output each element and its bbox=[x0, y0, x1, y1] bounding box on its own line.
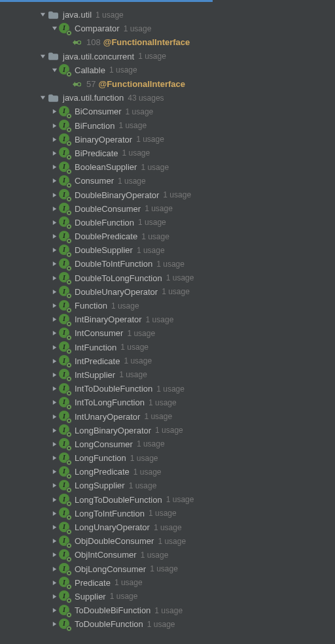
tree-row[interactable]: IToDoubleBiFunction1 usage bbox=[0, 603, 335, 617]
tree-row[interactable]: IIntPredicate1 usage bbox=[0, 354, 335, 368]
tree-row[interactable]: IObjDoubleConsumer1 usage bbox=[0, 534, 335, 548]
svg-marker-39 bbox=[52, 552, 56, 557]
arrow-collapsed-icon[interactable] bbox=[50, 247, 59, 253]
arrow-collapsed-icon[interactable] bbox=[50, 441, 59, 447]
arrow-collapsed-icon[interactable] bbox=[50, 303, 59, 309]
tree-row[interactable]: IIntUnaryOperator1 usage bbox=[0, 409, 335, 423]
arrow-collapsed-icon[interactable] bbox=[50, 524, 59, 530]
tree-row[interactable]: ILongConsumer1 usage bbox=[0, 437, 335, 451]
arrow-collapsed-icon[interactable] bbox=[50, 594, 59, 600]
tree-row[interactable]: IIntBinaryOperator1 usage bbox=[0, 313, 335, 326]
tree-row[interactable]: IFunction1 usage bbox=[0, 299, 335, 313]
arrow-collapsed-icon[interactable] bbox=[50, 580, 59, 586]
tree-row[interactable]: ILongBinaryOperator1 usage bbox=[0, 424, 335, 437]
tree-row[interactable]: IDoubleToIntFunction1 usage bbox=[0, 257, 335, 271]
arrow-collapsed-icon[interactable] bbox=[50, 469, 59, 475]
arrow-collapsed-icon[interactable] bbox=[50, 428, 59, 433]
tree-row[interactable]: IIntFunction1 usage bbox=[0, 341, 335, 354]
arrow-collapsed-icon[interactable] bbox=[50, 566, 59, 572]
node-label: Supplier bbox=[75, 592, 106, 602]
arrow-collapsed-icon[interactable] bbox=[50, 164, 59, 170]
tree-row[interactable]: 57@FunctionalInterface bbox=[0, 77, 335, 91]
arrow-collapsed-icon[interactable] bbox=[50, 109, 59, 114]
tree-row[interactable]: IIntToLongFunction1 usage bbox=[0, 396, 335, 409]
tree-row[interactable]: IDoubleToLongFunction1 usage bbox=[0, 271, 335, 285]
tree-row[interactable]: IBiFunction1 usage bbox=[0, 119, 335, 133]
tree-row[interactable]: IComparator1 usage bbox=[0, 22, 335, 35]
tree-row[interactable]: ICallable1 usage bbox=[0, 63, 335, 77]
arrow-collapsed-icon[interactable] bbox=[50, 621, 59, 627]
tree-row[interactable]: java.util1 usage bbox=[0, 8, 335, 22]
tree-row[interactable]: IBiConsumer1 usage bbox=[0, 105, 335, 118]
arrow-collapsed-icon[interactable] bbox=[50, 483, 59, 488]
arrow-collapsed-icon[interactable] bbox=[50, 178, 59, 184]
tree-row[interactable]: ILongUnaryOperator1 usage bbox=[0, 520, 335, 534]
tree-row[interactable]: IObjIntConsumer1 usage bbox=[0, 548, 335, 562]
arrow-collapsed-icon[interactable] bbox=[50, 345, 59, 350]
tree-row[interactable]: IDoubleUnaryOperator1 usage bbox=[0, 285, 335, 299]
tree-row[interactable]: IToDoubleFunction1 usage bbox=[0, 617, 335, 631]
tree-row[interactable]: IDoubleConsumer1 usage bbox=[0, 202, 335, 216]
tree-row[interactable]: 108@FunctionalInterface bbox=[0, 35, 335, 49]
arrow-collapsed-icon[interactable] bbox=[50, 511, 59, 517]
node-label: java.util.function bbox=[63, 93, 124, 103]
tree-row[interactable]: IDoublePredicate1 usage bbox=[0, 229, 335, 243]
arrow-collapsed-icon[interactable] bbox=[50, 123, 59, 129]
arrow-expanded-icon[interactable] bbox=[38, 12, 47, 18]
tree-row[interactable]: IBiPredicate1 usage bbox=[0, 146, 335, 160]
arrow-collapsed-icon[interactable] bbox=[50, 414, 59, 420]
tree-row[interactable]: java.util.concurrent1 usage bbox=[0, 50, 335, 63]
tree-row[interactable]: IPredicate1 usage bbox=[0, 576, 335, 590]
arrow-collapsed-icon[interactable] bbox=[50, 233, 59, 239]
interface-icon: I bbox=[59, 411, 71, 422]
arrow-collapsed-icon[interactable] bbox=[50, 275, 59, 281]
tree-row[interactable]: java.util.function43 usages bbox=[0, 91, 335, 105]
arrow-collapsed-icon[interactable] bbox=[50, 358, 59, 364]
tree-row[interactable]: IBinaryOperator1 usage bbox=[0, 133, 335, 146]
node-label: ObjIntConsumer bbox=[75, 550, 137, 560]
tree-row[interactable]: IIntToDoubleFunction1 usage bbox=[0, 382, 335, 396]
arrow-collapsed-icon[interactable] bbox=[50, 150, 59, 156]
arrow-collapsed-icon[interactable] bbox=[50, 497, 59, 503]
usages-tree[interactable]: java.util1 usageIComparator1 usage108@Fu… bbox=[0, 4, 335, 631]
tree-row[interactable]: ILongSupplier1 usage bbox=[0, 479, 335, 492]
tree-row[interactable]: IDoubleBinaryOperator1 usage bbox=[0, 188, 335, 201]
tree-row[interactable]: ILongToDoubleFunction1 usage bbox=[0, 493, 335, 507]
tree-row[interactable]: IIntSupplier1 usage bbox=[0, 368, 335, 382]
arrow-collapsed-icon[interactable] bbox=[50, 220, 59, 226]
tree-row[interactable]: ISupplier1 usage bbox=[0, 590, 335, 603]
arrow-expanded-icon[interactable] bbox=[50, 67, 59, 73]
arrow-collapsed-icon[interactable] bbox=[50, 552, 59, 558]
svg-marker-22 bbox=[52, 317, 56, 322]
arrow-expanded-icon[interactable] bbox=[50, 25, 59, 31]
svg-marker-23 bbox=[52, 331, 56, 335]
node-label: ToDoubleFunction bbox=[75, 619, 143, 629]
arrow-expanded-icon[interactable] bbox=[38, 54, 47, 59]
node-label: IntConsumer bbox=[75, 328, 123, 338]
arrow-collapsed-icon[interactable] bbox=[50, 538, 59, 544]
arrow-collapsed-icon[interactable] bbox=[50, 137, 59, 143]
arrow-collapsed-icon[interactable] bbox=[50, 607, 59, 613]
arrow-collapsed-icon[interactable] bbox=[50, 455, 59, 461]
tree-row[interactable]: IConsumer1 usage bbox=[0, 174, 335, 188]
tree-row[interactable]: IDoubleSupplier1 usage bbox=[0, 243, 335, 257]
tree-row[interactable]: ILongPredicate1 usage bbox=[0, 465, 335, 479]
tree-row[interactable]: IDoubleFunction1 usage bbox=[0, 216, 335, 229]
arrow-collapsed-icon[interactable] bbox=[50, 372, 59, 378]
arrow-expanded-icon[interactable] bbox=[38, 95, 47, 101]
arrow-collapsed-icon[interactable] bbox=[50, 261, 59, 267]
arrow-collapsed-icon[interactable] bbox=[50, 330, 59, 336]
arrow-collapsed-icon[interactable] bbox=[50, 386, 59, 392]
tree-row[interactable]: ILongToIntFunction1 usage bbox=[0, 507, 335, 520]
arrow-collapsed-icon[interactable] bbox=[50, 316, 59, 322]
tree-row[interactable]: IBooleanSupplier1 usage bbox=[0, 160, 335, 174]
node-label: LongConsumer bbox=[75, 439, 133, 449]
arrow-collapsed-icon[interactable] bbox=[50, 289, 59, 295]
interface-icon: I bbox=[59, 369, 71, 381]
arrow-collapsed-icon[interactable] bbox=[50, 399, 59, 405]
arrow-collapsed-icon[interactable] bbox=[50, 206, 59, 212]
tree-row[interactable]: IObjLongConsumer1 usage bbox=[0, 562, 335, 576]
arrow-collapsed-icon[interactable] bbox=[50, 192, 59, 198]
tree-row[interactable]: IIntConsumer1 usage bbox=[0, 326, 335, 340]
tree-row[interactable]: ILongFunction1 usage bbox=[0, 451, 335, 465]
